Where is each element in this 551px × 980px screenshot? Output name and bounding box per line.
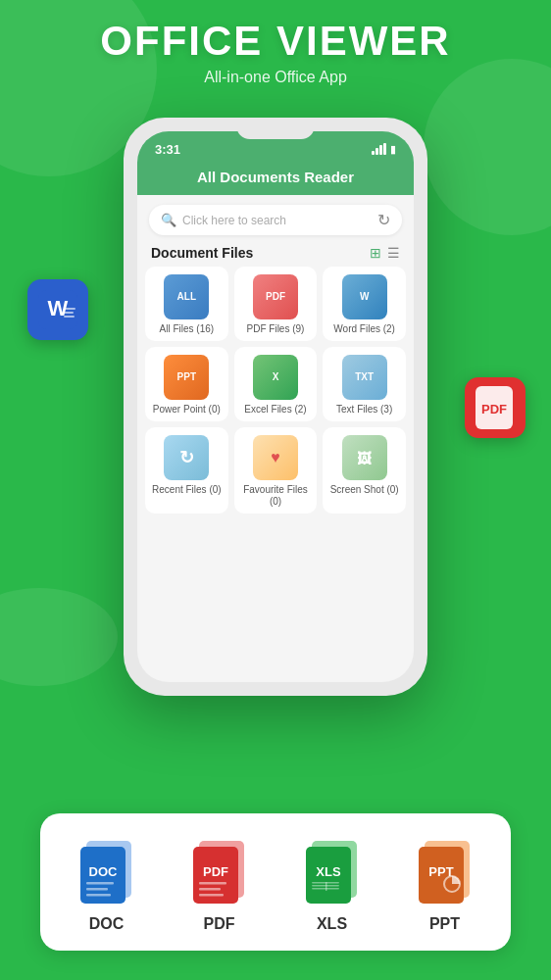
svg-rect-4 <box>64 316 75 318</box>
txt-files-icon: TXT <box>342 355 387 400</box>
svg-rect-16 <box>199 882 226 885</box>
all-files-icon: ALL <box>164 274 209 319</box>
floating-word-icon: W <box>27 279 88 340</box>
phone-notch <box>236 118 315 139</box>
svg-rect-25 <box>326 882 327 891</box>
format-ppt[interactable]: PPT PPT <box>408 833 482 933</box>
phone-mockup: 3:31 ▮ All Documents Reader <box>124 118 427 696</box>
fav-files-label: Favourite Files (0) <box>238 484 314 508</box>
doc-section-header: Document Files ⊞ ☰ <box>137 241 414 267</box>
bg-decoration-3 <box>0 588 118 686</box>
header-area: OFFICE VIEWER All-in-one Office App <box>0 18 551 86</box>
svg-rect-11 <box>86 888 108 891</box>
all-files-label: All Files (16) <box>160 323 215 335</box>
file-item-excel[interactable]: X Excel Files (2) <box>234 347 318 421</box>
app-subtitle: All-in-one Office App <box>0 69 551 86</box>
ppt-files-icon: PPT <box>164 355 209 400</box>
signal-icon <box>372 143 386 155</box>
list-view-icon[interactable]: ☰ <box>387 245 400 261</box>
recent-files-label: Recent Files (0) <box>152 484 222 496</box>
file-item-word[interactable]: W Word Files (2) <box>323 267 406 341</box>
pdf-files-label: PDF Files (9) <box>247 323 305 335</box>
section-title: Document Files <box>151 245 253 261</box>
pdf-svg-icon: PDF <box>185 833 254 907</box>
app-bar: All Documents Reader <box>137 163 414 195</box>
ppt-files-label: Power Point (0) <box>153 404 221 416</box>
status-time: 3:31 <box>155 142 180 157</box>
excel-files-icon: X <box>253 355 298 400</box>
phone-outer: 3:31 ▮ All Documents Reader <box>124 118 427 696</box>
screenshot-files-label: Screen Shot (0) <box>330 484 399 496</box>
format-pdf[interactable]: PDF PDF <box>182 833 257 933</box>
doc-svg-icon: DOC <box>73 833 141 907</box>
refresh-icon[interactable]: ↻ <box>377 211 390 229</box>
svg-text:DOC: DOC <box>88 864 118 879</box>
svg-rect-10 <box>86 882 114 885</box>
xls-format-label: XLS <box>317 915 347 933</box>
svg-rect-17 <box>199 888 221 891</box>
search-bar[interactable]: 🔍 Click here to search ↻ <box>149 205 402 235</box>
svg-rect-2 <box>64 308 75 310</box>
file-item-recent[interactable]: ↻ Recent Files (0) <box>145 427 228 514</box>
file-grid: ALL All Files (16) PDF PDF Files (9) W W… <box>137 267 414 514</box>
battery-icon: ▮ <box>390 143 396 156</box>
ppt-format-icon: PPT <box>408 833 482 907</box>
file-item-pdf[interactable]: PDF PDF Files (9) <box>234 267 318 341</box>
ppt-svg-icon: PPT <box>411 833 479 907</box>
signal-bar-1 <box>372 151 375 155</box>
screenshot-files-icon: 🖼 <box>342 435 387 480</box>
search-icon: 🔍 <box>161 213 176 227</box>
grid-view-icon[interactable]: ⊞ <box>370 245 381 261</box>
view-toggle[interactable]: ⊞ ☰ <box>370 245 400 261</box>
format-section: DOC DOC PDF PDF <box>40 813 511 951</box>
search-placeholder-text: Click here to search <box>182 214 286 227</box>
recent-files-icon: ↻ <box>164 435 209 480</box>
svg-text:PDF: PDF <box>203 864 228 879</box>
signal-bar-4 <box>383 143 386 155</box>
app-title: OFFICE VIEWER <box>0 18 551 65</box>
pdf-files-icon: PDF <box>253 274 298 319</box>
file-item-ppt[interactable]: PPT Power Point (0) <box>145 347 228 421</box>
svg-text:XLS: XLS <box>316 864 341 879</box>
status-icons: ▮ <box>372 143 396 156</box>
pdf-format-label: PDF <box>204 915 235 933</box>
svg-rect-12 <box>86 894 111 897</box>
xls-svg-icon: XLS <box>298 833 367 907</box>
format-xls[interactable]: XLS XLS <box>295 833 370 933</box>
svg-rect-18 <box>199 894 224 897</box>
signal-bar-2 <box>376 148 378 155</box>
svg-text:PDF: PDF <box>481 402 507 416</box>
fav-files-icon: ♥ <box>253 435 298 480</box>
file-item-all[interactable]: ALL All Files (16) <box>145 267 228 341</box>
ppt-format-label: PPT <box>429 915 460 933</box>
phone-screen: 3:31 ▮ All Documents Reader <box>137 131 414 682</box>
signal-bar-3 <box>379 145 382 155</box>
doc-format-icon: DOC <box>70 833 144 907</box>
word-files-label: Word Files (2) <box>333 323 395 335</box>
doc-format-label: DOC <box>89 915 125 933</box>
svg-rect-3 <box>64 312 74 314</box>
excel-files-label: Excel Files (2) <box>244 404 306 416</box>
txt-files-label: Text Files (3) <box>336 404 392 416</box>
app-bar-title: All Documents Reader <box>151 169 400 185</box>
pdf-logo-icon: PDF <box>476 386 515 429</box>
word-files-icon: W <box>342 274 387 319</box>
pdf-format-icon: PDF <box>182 833 257 907</box>
floating-pdf-icon: PDF <box>465 377 526 438</box>
format-doc[interactable]: DOC DOC <box>70 833 144 933</box>
xls-format-icon: XLS <box>295 833 370 907</box>
file-item-txt[interactable]: TXT Text Files (3) <box>323 347 406 421</box>
search-left: 🔍 Click here to search <box>161 213 286 227</box>
file-item-screenshot[interactable]: 🖼 Screen Shot (0) <box>323 427 406 514</box>
file-item-fav[interactable]: ♥ Favourite Files (0) <box>234 427 318 514</box>
word-logo-icon: W <box>38 290 77 329</box>
